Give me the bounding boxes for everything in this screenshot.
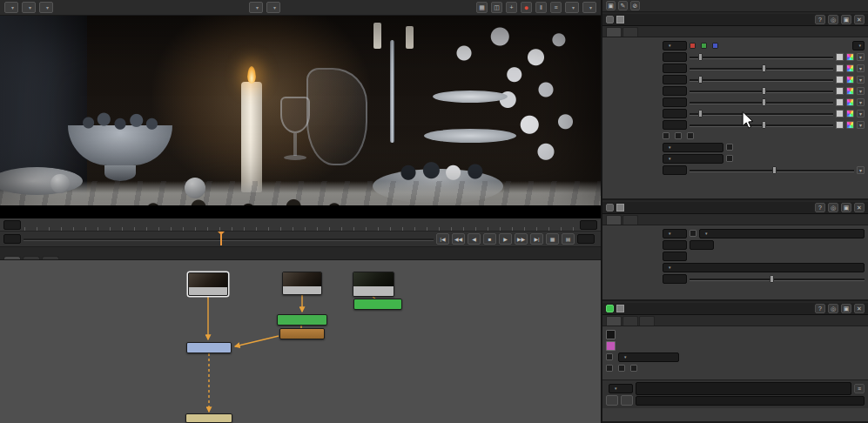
knob-slider[interactable] bbox=[690, 75, 833, 84]
node-read2[interactable] bbox=[282, 272, 322, 295]
animation-menu-icon[interactable]: ▾ bbox=[857, 110, 865, 118]
node-enable-indicator[interactable] bbox=[606, 305, 614, 312]
hold-output-checkbox[interactable] bbox=[618, 365, 625, 372]
first-frame-field[interactable] bbox=[663, 240, 687, 250]
preview-button[interactable] bbox=[621, 395, 633, 406]
node-color-chip[interactable] bbox=[616, 16, 624, 24]
animation-menu-icon[interactable]: ▾ bbox=[857, 166, 865, 174]
layer-dropdown[interactable]: ▾ bbox=[4, 2, 18, 13]
knob-value-field[interactable] bbox=[663, 52, 687, 62]
roi-record-icon[interactable]: ● bbox=[521, 2, 532, 13]
browse-file-icon[interactable]: ≡ bbox=[854, 384, 865, 393]
range-end-field[interactable] bbox=[580, 220, 597, 230]
play-forward-button[interactable]: ▶ bbox=[499, 233, 512, 245]
color-wheel-icon[interactable] bbox=[846, 87, 854, 95]
file-path-field[interactable] bbox=[636, 382, 851, 395]
knob-slider[interactable] bbox=[690, 52, 833, 62]
clear-panels-icon[interactable]: ⊘ bbox=[630, 1, 640, 10]
knob-value-field[interactable] bbox=[663, 64, 687, 73]
close-panel-button[interactable]: ✕ bbox=[854, 304, 865, 313]
inject-checkbox[interactable] bbox=[726, 155, 733, 162]
current-frame-field[interactable] bbox=[3, 234, 21, 244]
color-wheel-icon[interactable] bbox=[846, 98, 854, 106]
color-wheel-icon[interactable] bbox=[846, 121, 854, 129]
color-wheel-icon[interactable] bbox=[846, 53, 854, 61]
tab-curve-editor[interactable] bbox=[23, 256, 40, 259]
stereo-view-dropdown[interactable]: ▾ bbox=[266, 2, 280, 13]
okay-button[interactable] bbox=[606, 395, 618, 406]
node-graph-canvas[interactable] bbox=[0, 260, 601, 423]
stop-button[interactable]: ■ bbox=[483, 233, 496, 245]
pause-icon[interactable]: ‖ bbox=[535, 2, 547, 13]
loop-mode-icon[interactable]: ▦ bbox=[546, 233, 559, 245]
help-button[interactable]: ? bbox=[815, 203, 825, 212]
color-wheel-icon[interactable] bbox=[846, 76, 854, 84]
origin-field[interactable] bbox=[663, 252, 687, 261]
animation-menu-icon[interactable]: ▾ bbox=[857, 53, 865, 61]
knob-value-field[interactable] bbox=[663, 109, 687, 118]
green-channel-checkbox[interactable] bbox=[701, 43, 707, 49]
tab-chromakeyer[interactable] bbox=[606, 316, 622, 326]
node-grade[interactable] bbox=[279, 328, 325, 339]
channels-dropdown[interactable]: ▾ bbox=[663, 41, 687, 50]
proxy-dropdown[interactable]: ▾ bbox=[565, 2, 579, 13]
mix-value-field[interactable] bbox=[663, 165, 687, 175]
center-in-dag-button[interactable]: ◎ bbox=[828, 15, 838, 24]
close-panel-button[interactable]: ✕ bbox=[854, 203, 865, 212]
source-alpha-checkbox[interactable] bbox=[630, 365, 637, 372]
animation-menu-icon[interactable]: ▾ bbox=[857, 87, 865, 95]
node-read3[interactable] bbox=[353, 272, 394, 297]
node-colorcorrect[interactable] bbox=[277, 314, 327, 326]
white-clamp-checkbox[interactable] bbox=[687, 132, 694, 139]
center-in-dag-button[interactable]: ◎ bbox=[828, 304, 838, 313]
invert-checkbox[interactable] bbox=[726, 144, 733, 151]
mask-dropdown[interactable]: ▾ bbox=[663, 154, 723, 164]
render-summary-field[interactable] bbox=[636, 396, 865, 406]
go-last-frame-button[interactable]: ▶| bbox=[530, 233, 543, 245]
knob-slider[interactable] bbox=[690, 97, 833, 107]
go-first-frame-button[interactable]: |◀ bbox=[436, 233, 449, 245]
knob-slider[interactable] bbox=[690, 86, 833, 96]
knob-slider[interactable] bbox=[690, 64, 833, 73]
prev-keyframe-button[interactable]: ◀◀ bbox=[452, 233, 465, 245]
color-swatch-icon[interactable] bbox=[836, 87, 844, 95]
tab-dope-sheet[interactable] bbox=[42, 256, 59, 259]
full-view-icon[interactable]: ◫ bbox=[491, 2, 502, 13]
node-enable-indicator[interactable] bbox=[606, 16, 614, 24]
tile-view-icon[interactable]: ▦ bbox=[476, 2, 488, 13]
color-swatch-icon[interactable] bbox=[836, 76, 844, 84]
node-copy[interactable] bbox=[186, 342, 232, 353]
help-button[interactable]: ? bbox=[815, 304, 825, 313]
colorspace-dropdown[interactable]: ▾ bbox=[699, 229, 865, 238]
color-wheel-icon[interactable] bbox=[846, 64, 854, 72]
frame-slider-track[interactable] bbox=[24, 232, 434, 246]
next-keyframe-button[interactable]: ▶▶ bbox=[515, 233, 528, 245]
animation-menu-icon[interactable]: ▾ bbox=[857, 121, 865, 129]
reverse-checkbox[interactable] bbox=[663, 132, 670, 139]
tab-node[interactable] bbox=[622, 215, 638, 225]
black-clamp-checkbox[interactable] bbox=[675, 132, 682, 139]
float-panel-button[interactable]: ▣ bbox=[841, 15, 851, 24]
tab-advanced[interactable] bbox=[622, 316, 638, 326]
viewer-image[interactable] bbox=[0, 16, 601, 205]
blue-channel-checkbox[interactable] bbox=[712, 43, 718, 49]
input-process-dropdown[interactable]: ▾ bbox=[249, 2, 263, 13]
color-swatch-icon[interactable] bbox=[836, 121, 844, 129]
tab-grade[interactable] bbox=[606, 27, 622, 37]
frame-order-dropdown[interactable]: ▾ bbox=[609, 384, 633, 393]
last-frame-field[interactable] bbox=[690, 240, 714, 250]
node-chromakeyer[interactable] bbox=[353, 299, 402, 310]
tab-node[interactable] bbox=[622, 27, 638, 37]
view-dropdown[interactable]: ▾ bbox=[39, 2, 53, 13]
node-color-chip[interactable] bbox=[616, 305, 624, 312]
node-write[interactable] bbox=[185, 413, 232, 423]
node-color-chip[interactable] bbox=[616, 204, 624, 212]
preview-mode-dropdown[interactable]: ▾ bbox=[618, 352, 679, 362]
premult-out-checkbox[interactable] bbox=[606, 365, 613, 372]
animation-menu-icon[interactable]: ▾ bbox=[857, 76, 865, 84]
wipe-icon[interactable]: + bbox=[506, 2, 517, 13]
knob-value-field[interactable] bbox=[663, 75, 687, 84]
range-start-field[interactable] bbox=[3, 220, 21, 230]
animation-menu-icon[interactable]: ▾ bbox=[857, 98, 865, 106]
tab-read[interactable] bbox=[606, 215, 622, 225]
